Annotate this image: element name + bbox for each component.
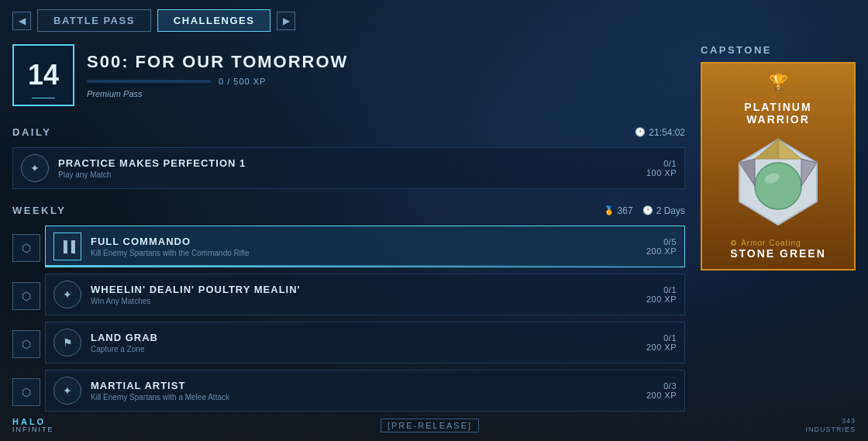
daily-section-title: DAILY bbox=[12, 126, 51, 138]
svg-marker-4 bbox=[755, 140, 778, 159]
capstone-footer: ♻ Armor Coating STONE GREEN bbox=[730, 239, 826, 260]
capstone-section-title: CAPSTONE bbox=[701, 44, 856, 56]
left-panel: 14 S00: FOR OUR TOMORROW 0 / 500 XP Prem… bbox=[12, 44, 685, 420]
weekly-challenge-row-2[interactable]: ⚑ LAND GRAB Capture a Zone 0/1 200 XP bbox=[45, 322, 685, 363]
weekly-clock-icon: 🕐 bbox=[642, 205, 653, 215]
tab-challenges[interactable]: CHALLENGES bbox=[157, 9, 271, 32]
xp-bar bbox=[87, 80, 211, 83]
weekly-challenge-row-1[interactable]: ✦ WHEELIN' DEALIN' POULTRY MEALIN' Win A… bbox=[45, 274, 685, 315]
daily-section-header: DAILY 🕐 21:54:02 bbox=[12, 122, 685, 143]
weekly-section-title: WEEKLY bbox=[12, 205, 66, 216]
main-layout: 14 S00: FOR OUR TOMORROW 0 / 500 XP Prem… bbox=[12, 44, 856, 420]
weekly-row-wrapper-2: ⬡ ⚑ LAND GRAB Capture a Zone 0/1 200 XP bbox=[12, 322, 685, 367]
weekly-challenge-name-3: MARTIAL ARTIST bbox=[91, 380, 637, 391]
weekly-time: 🕐 2 Days bbox=[642, 205, 685, 216]
weekly-challenge-rewards-3: 0/3 200 XP bbox=[646, 381, 677, 400]
weekly-challenge-xp-0: 200 XP bbox=[646, 246, 677, 256]
capstone-reward-title: PLATINUM WARRIOR bbox=[711, 101, 845, 126]
top-navigation: ◀ BATTLE PASS CHALLENGES ▶ bbox=[12, 9, 856, 32]
weekly-meta: 🏅 367 🕐 2 Days bbox=[604, 205, 685, 216]
daily-section: DAILY 🕐 21:54:02 ✦ PRACTICE MAKES PERFEC… bbox=[12, 122, 685, 192]
weekly-challenge-text-1: WHEELIN' DEALIN' POULTRY MEALIN' Win Any… bbox=[91, 284, 637, 305]
weekly-challenge-desc-0: Kill Enemy Spartans with the Commando Ri… bbox=[91, 249, 637, 257]
svg-marker-3 bbox=[778, 140, 801, 159]
weekly-challenge-icon-0: ▐▐ bbox=[53, 233, 81, 260]
capstone-type-label: Armor Coating bbox=[741, 239, 801, 247]
capstone-shield-svg bbox=[732, 136, 825, 229]
daily-challenge-desc-0: Play any Match bbox=[58, 171, 637, 179]
weekly-challenge-progress-1: 0/1 bbox=[646, 285, 677, 295]
weekly-xp-value: 367 bbox=[618, 205, 633, 216]
weekly-challenge-xp-3: 200 XP bbox=[646, 391, 677, 400]
weekly-xp: 🏅 367 bbox=[604, 205, 633, 216]
tab-battle-pass[interactable]: BATTLE PASS bbox=[37, 9, 151, 32]
svg-point-1 bbox=[755, 163, 801, 209]
daily-meta: 🕐 21:54:02 bbox=[635, 127, 685, 138]
weekly-side-icon-0: ⬡ bbox=[12, 234, 40, 262]
weekly-challenge-rewards-1: 0/1 200 XP bbox=[646, 285, 677, 304]
daily-challenge-name-0: PRACTICE MAKES PERFECTION 1 bbox=[58, 157, 637, 169]
clock-icon: 🕐 bbox=[635, 127, 646, 137]
weekly-challenge-progress-0: 0/5 bbox=[646, 237, 677, 246]
level-number: 14 bbox=[28, 59, 59, 91]
daily-challenge-progress-0: 0/1 bbox=[646, 159, 677, 168]
capstone-image bbox=[728, 132, 828, 233]
premium-text: Premium bbox=[87, 89, 121, 98]
weekly-row-wrapper-0: ⬡ ▐▐ FULL COMMANDO Kill Enemy Spartans w… bbox=[12, 226, 685, 270]
daily-challenge-row-0[interactable]: ✦ PRACTICE MAKES PERFECTION 1 Play any M… bbox=[12, 147, 685, 189]
premium-suffix: Pass bbox=[121, 89, 143, 98]
weekly-challenge-text-2: LAND GRAB Capture a Zone bbox=[91, 332, 637, 353]
nav-left-arrow[interactable]: ◀ bbox=[12, 12, 31, 30]
daily-timer-value: 21:54:02 bbox=[649, 127, 685, 138]
weekly-time-value: 2 Days bbox=[656, 205, 685, 216]
weekly-challenge-row-0[interactable]: ▐▐ FULL COMMANDO Kill Enemy Spartans wit… bbox=[45, 226, 685, 267]
weekly-row-wrapper-3: ⬡ ✦ MARTIAL ARTIST Kill Enemy Spartans w… bbox=[12, 370, 685, 415]
challenge-header: 14 S00: FOR OUR TOMORROW 0 / 500 XP Prem… bbox=[12, 44, 685, 106]
premium-label: Premium Pass bbox=[87, 89, 685, 98]
capstone-type: ♻ Armor Coating bbox=[730, 239, 826, 247]
capstone-item-name: STONE GREEN bbox=[730, 247, 826, 260]
weekly-challenge-desc-1: Win Any Matches bbox=[91, 297, 637, 305]
xp-bar-container: 0 / 500 XP bbox=[87, 77, 685, 86]
weekly-challenge-icon-1: ✦ bbox=[53, 281, 81, 308]
weekly-challenge-name-1: WHEELIN' DEALIN' POULTRY MEALIN' bbox=[91, 284, 637, 295]
daily-challenge-rewards-0: 0/1 100 XP bbox=[646, 159, 677, 177]
weekly-challenge-rewards-2: 0/1 200 XP bbox=[646, 333, 677, 352]
weekly-side-icon-2: ⬡ bbox=[12, 330, 40, 358]
weekly-challenge-row-3[interactable]: ✦ MARTIAL ARTIST Kill Enemy Spartans wit… bbox=[45, 370, 685, 412]
weekly-section: WEEKLY 🏅 367 🕐 2 Days ⬡ bbox=[12, 200, 685, 418]
capstone-card: 🏆 PLATINUM WARRIOR bbox=[701, 62, 856, 270]
trophy-icon: 🏆 bbox=[769, 73, 788, 91]
daily-challenge-text-0: PRACTICE MAKES PERFECTION 1 Play any Mat… bbox=[58, 157, 637, 179]
weekly-challenge-rewards-0: 0/5 200 XP bbox=[646, 237, 677, 256]
challenge-info: S00: FOR OUR TOMORROW 0 / 500 XP Premium… bbox=[87, 52, 685, 98]
capstone-section: CAPSTONE 🏆 PLATINUM WARRIOR bbox=[701, 44, 856, 270]
weekly-section-header: WEEKLY 🏅 367 🕐 2 Days bbox=[12, 200, 685, 221]
weekly-challenge-xp-1: 200 XP bbox=[646, 295, 677, 304]
daily-challenge-xp-0: 100 XP bbox=[646, 168, 677, 177]
challenge-title: S00: FOR OUR TOMORROW bbox=[87, 52, 685, 72]
weekly-challenge-xp-2: 200 XP bbox=[646, 343, 677, 352]
level-badge: 14 bbox=[12, 44, 74, 106]
weekly-challenge-icon-2: ⚑ bbox=[53, 329, 81, 357]
weekly-challenge-text-0: FULL COMMANDO Kill Enemy Spartans with t… bbox=[91, 236, 637, 257]
weekly-challenge-desc-2: Capture a Zone bbox=[91, 345, 637, 353]
weekly-challenge-text-3: MARTIAL ARTIST Kill Enemy Spartans with … bbox=[91, 380, 637, 401]
right-panel: CAPSTONE 🏆 PLATINUM WARRIOR bbox=[701, 44, 856, 420]
weekly-side-icon-1: ⬡ bbox=[12, 282, 40, 310]
daily-timer: 🕐 21:54:02 bbox=[635, 127, 685, 138]
weekly-challenge-name-0: FULL COMMANDO bbox=[91, 236, 637, 247]
weekly-challenge-desc-3: Kill Enemy Spartans with a Melee Attack bbox=[91, 393, 637, 401]
recycle-icon: ♻ bbox=[730, 239, 738, 247]
weekly-challenge-progress-2: 0/1 bbox=[646, 333, 677, 343]
weekly-challenge-progress-3: 0/3 bbox=[646, 381, 677, 391]
nav-right-arrow[interactable]: ▶ bbox=[277, 12, 295, 30]
daily-challenge-icon-0: ✦ bbox=[21, 154, 49, 182]
weekly-row-wrapper-1: ⬡ ✦ WHEELIN' DEALIN' POULTRY MEALIN' Win… bbox=[12, 274, 685, 319]
weekly-challenge-icon-3: ✦ bbox=[53, 377, 81, 405]
xp-progress-text: 0 / 500 XP bbox=[219, 77, 266, 86]
xp-coin-icon: 🏅 bbox=[604, 205, 615, 215]
weekly-challenge-name-2: LAND GRAB bbox=[91, 332, 637, 343]
weekly-side-icon-3: ⬡ bbox=[12, 378, 40, 406]
